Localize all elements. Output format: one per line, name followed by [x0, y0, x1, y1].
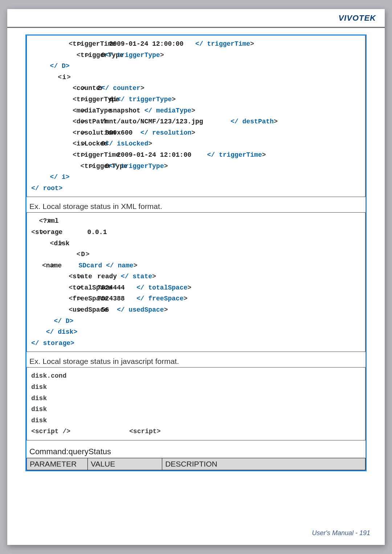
trigger-type-2: 0 [105, 163, 109, 170]
xml-row: <usedSpace> 56 </ usedSpace> [31, 304, 361, 316]
js-row: disk [31, 382, 361, 393]
resolution: 800x600 [105, 129, 133, 136]
header-bar: VIVOTEK [7, 9, 385, 28]
col-description: DESCRIPTION [162, 458, 366, 470]
trigger-type-1: 0 [101, 52, 105, 59]
counter-value: 2 [97, 85, 101, 92]
trigger-time-2: 2009-01-24 12:01:00 [117, 151, 191, 159]
free-space: 7824388 [97, 295, 125, 302]
version: 0.0.1 [87, 229, 107, 236]
total-space: 7824444 [97, 284, 125, 291]
xml-row: <disk> [31, 238, 361, 249]
table-header-row: PARAMETER VALUE DESCRIPTION [27, 458, 366, 470]
disk-name: SDcard [78, 262, 102, 269]
xml-row: <mediaType> snapshot </ mediaType> [31, 105, 361, 116]
trigger-sub: di [109, 96, 117, 103]
xml-row: <counter> 2</ counter> [31, 83, 361, 94]
xml-row: <state> ready </ state> [31, 271, 361, 282]
xml-row: <triggerType> 0</ triggerType> [31, 161, 361, 172]
caption-xml-status: Ex. Local storage status in XML format. [29, 202, 366, 211]
trigger-time-1: 2009-01-24 12:00:00 [109, 40, 183, 48]
document-page: VIVOTEK <triggerTime> 2009-01-24 12:00:0… [7, 9, 385, 545]
dest-path: /mnt/auto/NCMF/123/123.jpg [101, 118, 203, 125]
used-space: 56 [101, 306, 109, 313]
xml-row: <totalSpace> 7824444 </ totalSpace> [31, 282, 361, 294]
js-row: disk.cond [31, 370, 361, 382]
xml-row: <freeSpace> 7824388 </ freeSpace> [31, 293, 361, 304]
xml-row: <resolution> 800x600 </ resolution> [31, 127, 361, 139]
xml-row: <isLocked> 0</ isLocked> [31, 138, 361, 149]
xml-row: <triggerTime> 2009-01-24 12:01:00 </ tri… [31, 149, 361, 161]
xml-row: <i> [31, 72, 361, 83]
state: ready [97, 273, 117, 280]
xml-row: <triggerTime> 2009-01-24 12:00:00 </ tri… [31, 38, 361, 50]
xml-block-1: <triggerTime> 2009-01-24 12:00:00 </ tri… [26, 36, 366, 197]
parameter-table: PARAMETER VALUE DESCRIPTION [26, 458, 366, 470]
xml-row: </ D> [31, 316, 361, 327]
xml-row: <storage> 0.0.1 [31, 227, 361, 238]
col-parameter: PARAMETER [27, 458, 88, 470]
js-block: disk.cond disk disk disk disk <script />… [26, 367, 366, 440]
xml-row: <?xml> [31, 216, 361, 227]
xml-row: </ storage> [31, 338, 361, 349]
command-title: Command:queryStatus [29, 447, 366, 456]
caption-js-status: Ex. Local storage status in javascript f… [29, 357, 366, 366]
xml-row: </ D> [31, 61, 361, 72]
is-locked: 0 [101, 140, 105, 147]
xml-row: </ root> [31, 183, 361, 194]
js-row: disk [31, 393, 361, 404]
col-value: VALUE [87, 458, 162, 470]
js-row: <script /> <script> [31, 426, 361, 437]
xml-row: <triggerType> di</ triggerType> [31, 94, 361, 105]
xml-block-2: <?xml> <storage> 0.0.1 <disk> <D> <name>… [26, 212, 366, 352]
xml-row: </ disk> [31, 327, 361, 338]
xml-row: <destPath> /mnt/auto/NCMF/123/123.jpg </… [31, 116, 361, 127]
js-row: disk [31, 415, 361, 426]
media-type: snapshot [109, 107, 140, 114]
xml-row: </ i> [31, 172, 361, 183]
js-row: disk [31, 404, 361, 415]
xml-row: <triggerType> 0</ triggerType> [31, 50, 361, 61]
brand-name: VIVOTEK [338, 13, 376, 23]
footer-page-number: User's Manual - 191 [312, 529, 370, 537]
content-area: <triggerTime> 2009-01-24 12:00:00 </ tri… [25, 34, 367, 520]
outer-box: <triggerTime> 2009-01-24 12:00:00 </ tri… [25, 34, 367, 471]
xml-row: <name> SDcard </ name> [31, 260, 361, 271]
xml-row: <D> [31, 249, 361, 260]
